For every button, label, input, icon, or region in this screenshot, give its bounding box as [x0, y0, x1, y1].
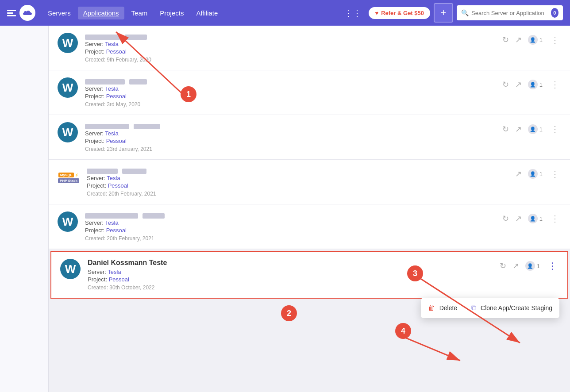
external-link-icon-2[interactable]: ↗ [515, 80, 522, 89]
refer-label: Refer & Get $50 [381, 10, 424, 16]
app-info-1: Server: Tesla Project: Pessoal Created: … [85, 33, 495, 63]
clone-label: Clone App/Create Staging [481, 304, 552, 311]
more-button-5[interactable]: ⋮ [549, 213, 561, 224]
project-link-2[interactable]: Pessoal [106, 93, 127, 100]
wordpress-icon-3: W [58, 122, 78, 142]
user-badge-6: 👤 1 [525, 261, 540, 271]
user-badge-5: 👤 1 [528, 214, 543, 223]
app-date-2: Created: 3rd May, 2020 [85, 101, 495, 108]
hamburger-icon [7, 10, 16, 16]
app-project-3: Project: Pessoal [85, 138, 495, 144]
add-button[interactable]: + [434, 3, 453, 23]
refresh-icon-5[interactable]: ↻ [502, 214, 509, 223]
nav-affiliate[interactable]: Affiliate [191, 7, 223, 19]
user-circle-3: 👤 [528, 124, 538, 134]
external-link-icon-3[interactable]: ↗ [515, 124, 522, 134]
app-name-blurred-1 [85, 33, 147, 41]
app-info-2: Server: Tesla Project: Pessoal Created: … [85, 77, 495, 108]
clone-menu-item[interactable]: ⧉ Clone App/Create Staging [464, 300, 559, 316]
brand-logo[interactable] [7, 5, 35, 21]
app-card-2: W Server: Tesla Project: Pessoal Created… [49, 70, 570, 115]
nav-links: Servers Applications Team Projects Affil… [42, 7, 337, 19]
cloud-svg [23, 9, 32, 16]
app-card-4: MySQL ⚡ PHP Stack Server: Tesla Project:… [49, 160, 570, 204]
wordpress-icon-1: W [58, 33, 78, 53]
app-project-4: Project: Pessoal [87, 182, 508, 189]
app-info-6: Daniel Kossmann Teste Server: Tesla Proj… [88, 259, 493, 291]
server-link-1[interactable]: Tesla [105, 41, 118, 47]
server-link-2[interactable]: Tesla [105, 85, 118, 92]
app-actions-2: ↻ ↗ 👤 1 ⋮ [502, 77, 561, 90]
user-count-4: 1 [539, 171, 543, 177]
nav-servers[interactable]: Servers [42, 7, 76, 19]
app-name-blurred-5 [85, 211, 165, 219]
external-link-icon-1[interactable]: ↗ [515, 35, 522, 45]
external-link-icon-4[interactable]: ↗ [515, 169, 522, 179]
apps-grid-icon[interactable]: ⋮⋮ [340, 6, 365, 20]
wordpress-icon-6: W [60, 259, 81, 279]
refresh-icon-2[interactable]: ↻ [502, 80, 509, 89]
app-project-2: Project: Pessoal [85, 93, 495, 100]
external-link-icon-5[interactable]: ↗ [515, 214, 522, 223]
more-button-4[interactable]: ⋮ [549, 169, 561, 179]
app-card-3: W Server: Tesla Project: Pessoal Created… [49, 115, 570, 160]
main-content: W Server: Tesla Project: Pessoal Created… [49, 26, 570, 392]
heart-icon: ♥ [375, 10, 378, 16]
refer-button[interactable]: ♥ Refer & Get $50 [369, 7, 430, 19]
project-link-1[interactable]: Pessoal [106, 48, 127, 55]
app-project-1: Project: Pessoal [85, 48, 495, 55]
app-project-6: Project: Pessoal [88, 276, 493, 283]
clone-icon: ⧉ [471, 304, 476, 312]
navbar: Servers Applications Team Projects Affil… [0, 0, 570, 26]
project-link-6[interactable]: Pessoal [109, 276, 129, 283]
app-name-blurred-3 [85, 122, 160, 130]
user-circle-2: 👤 [528, 80, 538, 89]
app-actions-1: ↻ ↗ 👤 1 ⋮ [502, 33, 561, 45]
nav-team[interactable]: Team [126, 7, 153, 19]
project-link-5[interactable]: Pessoal [106, 227, 127, 234]
user-badge-1: 👤 1 [528, 35, 543, 45]
more-button-3[interactable]: ⋮ [549, 124, 561, 135]
app-info-4: Server: Tesla Project: Pessoal Created: … [87, 167, 508, 197]
user-circle-5: 👤 [528, 214, 538, 223]
user-count-3: 1 [539, 126, 543, 133]
search-input[interactable] [471, 10, 548, 16]
cloud-logo [19, 5, 35, 21]
nav-projects[interactable]: Projects [154, 7, 189, 19]
phpstack-icon-4: MySQL ⚡ PHP Stack [58, 167, 80, 189]
refresh-icon-1[interactable]: ↻ [502, 35, 509, 45]
nav-applications[interactable]: Applications [78, 7, 124, 19]
project-link-4[interactable]: Pessoal [108, 182, 128, 189]
external-link-icon-6[interactable]: ↗ [512, 261, 519, 271]
more-button-1[interactable]: ⋮ [549, 35, 561, 45]
more-button-2[interactable]: ⋮ [549, 79, 561, 90]
refresh-icon-6[interactable]: ↻ [500, 261, 506, 271]
server-link-6[interactable]: Tesla [108, 269, 121, 275]
more-button-6[interactable]: ⋮ [546, 261, 558, 271]
app-date-5: Created: 20th February, 2021 [85, 235, 495, 242]
server-link-5[interactable]: Tesla [105, 219, 118, 226]
app-actions-3: ↻ ↗ 👤 1 ⋮ [502, 122, 561, 135]
refresh-icon-3[interactable]: ↻ [502, 124, 509, 134]
project-link-3[interactable]: Pessoal [106, 138, 127, 144]
server-link-4[interactable]: Tesla [107, 175, 120, 181]
user-count-6: 1 [537, 263, 540, 269]
wordpress-icon-5: W [58, 211, 78, 232]
search-box: 🔍 0 [457, 5, 563, 20]
app-card-5: W Server: Tesla Project: Pessoal Created… [49, 204, 570, 249]
app-date-1: Created: 9th February, 2020 [85, 57, 495, 63]
notification-badge: 0 [551, 8, 558, 18]
app-project-5: Project: Pessoal [85, 227, 495, 234]
app-server-3: Server: Tesla [85, 130, 495, 137]
app-actions-6: ↻ ↗ 👤 1 ⋮ [500, 259, 558, 271]
app-actions-4: ↗ 👤 1 ⋮ [515, 167, 561, 179]
user-badge-3: 👤 1 [528, 124, 543, 134]
app-server-2: Server: Tesla [85, 85, 495, 92]
user-count-1: 1 [539, 37, 543, 43]
user-count-2: 1 [539, 81, 543, 88]
server-link-3[interactable]: Tesla [105, 130, 118, 137]
app-name-6: Daniel Kossmann Teste [88, 259, 493, 267]
delete-menu-item[interactable]: 🗑 Delete [421, 300, 464, 316]
app-card-6: W Daniel Kossmann Teste Server: Tesla Pr… [50, 251, 568, 299]
app-server-5: Server: Tesla [85, 219, 495, 226]
